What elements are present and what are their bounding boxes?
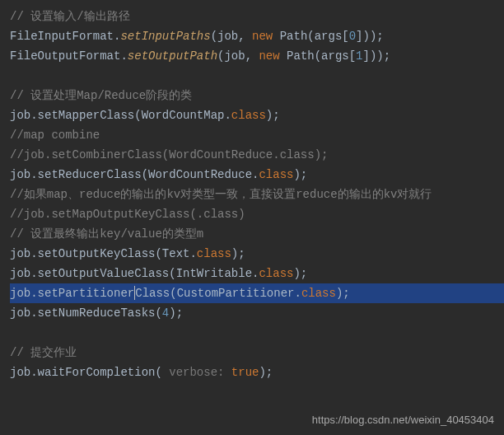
keyword: class <box>197 247 231 260</box>
code-line: job.setOutputValueClass(IntWritable.clas… <box>10 264 504 283</box>
comment: //如果map、reduce的输出的kv对类型一致，直接设置reduce的输出的… <box>10 188 432 201</box>
code-line: // 设置输入/输出路径 <box>10 7 504 26</box>
code-token: ); <box>169 306 183 320</box>
code-token: (job, <box>211 30 252 43</box>
code-token: FileInputFormat. <box>10 30 120 43</box>
code-token: ); <box>336 287 350 300</box>
keyword: new <box>252 30 273 43</box>
code-line: //如果map、reduce的输出的kv对类型一致，直接设置reduce的输出的… <box>10 185 504 204</box>
comment: // 设置输入/输出路径 <box>10 10 130 23</box>
comment: //job.setCombinerClass(WordCountReduce.c… <box>10 148 328 161</box>
code-token: ); <box>231 247 245 260</box>
watermark: https://blog.csdn.net/weixin_40453404 <box>312 410 494 430</box>
number: 4 <box>162 306 169 320</box>
keyword: new <box>259 49 279 63</box>
code-token: job.setReducerClass(WordCountReduce. <box>10 168 259 181</box>
code-line: //job.setCombinerClass(WordCountReduce.c… <box>10 145 504 165</box>
code-line: //job.setMapOutputKeyClass(.class) <box>10 204 504 224</box>
code-token: job.setOutputKeyClass(Text. <box>10 247 197 260</box>
code-token: Path(args[ <box>273 30 348 43</box>
keyword: class <box>259 267 293 280</box>
code-token: job.setPartitioner <box>10 287 134 300</box>
number: 0 <box>349 30 356 43</box>
code-line: job.setMapperClass(WordCountMap.class); <box>10 105 504 125</box>
code-token: job.setNumReduceTasks( <box>10 306 162 320</box>
comment: //map combine <box>10 129 100 142</box>
code-token: FileOutputFormat. <box>10 49 128 63</box>
code-token: job.setMapperClass(WordCountMap. <box>10 109 231 122</box>
code-token: job.setOutputValueClass(IntWritable. <box>10 267 259 280</box>
comment: //job.setMapOutputKeyClass(.class) <box>10 208 245 221</box>
code-line: FileOutputFormat.setOutputPath(job, new … <box>10 46 504 66</box>
comment: // 设置处理Map/Reduce阶段的类 <box>10 89 192 102</box>
code-editor[interactable]: // 设置输入/输出路径 FileInputFormat.setInputPat… <box>10 7 504 382</box>
code-line: // 设置处理Map/Reduce阶段的类 <box>10 86 504 105</box>
code-token: ])); <box>356 30 384 43</box>
code-token: Class(CustomPartitioner. <box>135 287 301 300</box>
code-line <box>10 323 504 343</box>
code-token: ); <box>293 267 307 280</box>
code-line: job.setOutputKeyClass(Text.class); <box>10 244 504 264</box>
code-token: job.waitForCompletion( <box>10 366 162 379</box>
keyword: true <box>231 366 259 379</box>
method-call: setInputPaths <box>120 30 210 43</box>
code-token: ])); <box>363 49 391 63</box>
keyword: class <box>231 109 266 122</box>
code-token: Path(args[ <box>280 49 356 63</box>
code-token: (job, <box>217 49 259 63</box>
code-token: ); <box>259 366 273 379</box>
code-line: job.setNumReduceTasks(4); <box>10 303 504 323</box>
code-token: ); <box>293 168 307 181</box>
keyword: class <box>301 287 336 300</box>
comment: // 提交作业 <box>10 346 77 359</box>
code-line: job.setReducerClass(WordCountReduce.clas… <box>10 165 504 185</box>
code-line: //map combine <box>10 125 504 145</box>
code-line: job.waitForCompletion( verbose: true); <box>10 362 504 382</box>
code-token: ); <box>266 109 280 122</box>
comment: // 设置最终输出key/value的类型m <box>10 227 203 241</box>
code-line <box>10 66 504 86</box>
code-line: FileInputFormat.setInputPaths(job, new P… <box>10 26 504 46</box>
code-line-selected: job.setPartitionerClass(CustomPartitione… <box>10 283 504 303</box>
code-line: // 提交作业 <box>10 343 504 362</box>
keyword: class <box>259 168 293 181</box>
number: 1 <box>356 49 362 63</box>
method-call: setOutputPath <box>128 49 217 63</box>
param-hint: verbose: <box>162 366 231 379</box>
code-line: // 设置最终输出key/value的类型m <box>10 224 504 244</box>
